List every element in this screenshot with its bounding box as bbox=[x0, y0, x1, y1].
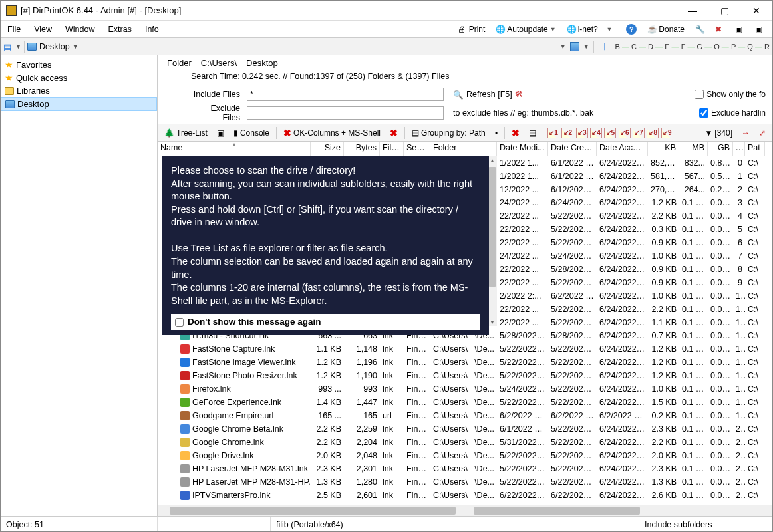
tool-2-button[interactable]: ✖ bbox=[711, 23, 728, 35]
table-row[interactable]: IPTVSmartersPro.lnk2.5 KB2,601lnkFind...… bbox=[158, 489, 772, 502]
include-input[interactable] bbox=[247, 88, 444, 101]
nav-desktop[interactable]: Desktop bbox=[1, 97, 157, 111]
table-row[interactable]: HP LaserJet MFP M28-M31-HP...1.3 KB1,280… bbox=[158, 475, 772, 489]
preset-3-button[interactable]: ↙3 bbox=[576, 128, 588, 138]
console-button[interactable]: ▮Console bbox=[231, 127, 272, 139]
col-header[interactable]: Bytes bbox=[344, 142, 380, 156]
menu-info[interactable]: Info bbox=[138, 22, 166, 37]
preset-2-button[interactable]: ↙2 bbox=[561, 128, 573, 138]
table-row[interactable]: Google Chrome.lnk2.2 KB2,204lnkFind...C:… bbox=[158, 436, 772, 449]
delete-button[interactable]: ✖ bbox=[509, 126, 522, 140]
list-header[interactable]: Name▴SizeBytesFile e...Sea...FolderDate … bbox=[158, 142, 772, 156]
drive-E[interactable]: E bbox=[665, 43, 669, 51]
table-row[interactable]: Firefox.lnk993 ...993lnkFind...C:\Users\… bbox=[158, 382, 772, 396]
preset-6-button[interactable]: ↙6 bbox=[619, 128, 631, 138]
exclude-input[interactable] bbox=[247, 106, 444, 120]
wrench-icon[interactable]: 🛠 bbox=[515, 90, 524, 99]
toggle-1[interactable]: ▣ bbox=[214, 127, 227, 139]
preset-4-button[interactable]: ↙4 bbox=[590, 128, 602, 138]
chevron-down-icon[interactable]: ▼ bbox=[15, 43, 21, 50]
scroll-down-icon[interactable]: ▼ bbox=[488, 318, 497, 326]
col-header[interactable]: ... bbox=[733, 142, 745, 156]
preset-1-button[interactable]: ↙1 bbox=[547, 128, 559, 138]
exclude-hardlinks-checkbox[interactable]: Exclude hardlin bbox=[699, 108, 766, 118]
drive-D[interactable]: D bbox=[648, 43, 653, 51]
inet-button[interactable]: 🌐i-net? ▼ bbox=[563, 23, 617, 35]
preset-8-button[interactable]: ↙8 bbox=[647, 128, 659, 138]
col-header[interactable]: Date Creat... bbox=[548, 142, 597, 156]
nav-favorites[interactable]: ★Favorites bbox=[1, 58, 157, 71]
table-row[interactable]: Google Drive.lnk2.0 KB2,048lnkFind...C:\… bbox=[158, 449, 772, 462]
minimize-button[interactable]: — bbox=[682, 3, 703, 19]
col-header[interactable]: Size bbox=[311, 142, 344, 156]
col-header[interactable]: File e... bbox=[380, 142, 404, 156]
tool-4-button[interactable]: ▣ bbox=[751, 23, 768, 35]
chevron-down-icon[interactable]: ▼ bbox=[73, 43, 78, 50]
nav-quick-access[interactable]: ★Quick access bbox=[1, 71, 157, 84]
show-only-checkbox[interactable]: Show only the fo bbox=[695, 90, 766, 99]
group-opt-button[interactable]: ▪ bbox=[492, 127, 500, 139]
scrollbar-thumb[interactable] bbox=[488, 167, 496, 287]
table-row[interactable]: FastStone Image Viewer.lnk1.2 KB1,196lnk… bbox=[158, 356, 772, 369]
preset-9-button[interactable]: ↙9 bbox=[661, 128, 673, 138]
col-header[interactable]: Pat bbox=[745, 142, 765, 156]
list-icon[interactable]: ▤ bbox=[3, 42, 13, 51]
filter-button[interactable]: ▼[340] bbox=[702, 127, 735, 139]
list-body[interactable]: 1/2022 1...6/1/2022 1...6/24/2022 ...852… bbox=[158, 156, 772, 505]
menu-extras[interactable]: Extras bbox=[102, 22, 138, 37]
table-row[interactable]: FastStone Capture.lnk1.1 KB1,148lnkFind.… bbox=[158, 342, 772, 356]
drive-G[interactable]: G bbox=[697, 43, 703, 51]
col-header[interactable]: Folder bbox=[430, 142, 497, 156]
col-header[interactable]: Date Modi... bbox=[497, 142, 548, 156]
drive-Q[interactable]: Q bbox=[747, 43, 753, 51]
table-row[interactable]: HP LaserJet MFP M28-M31.lnk2.3 KB2,301ln… bbox=[158, 462, 772, 475]
scroll-up-icon[interactable]: ▲ bbox=[488, 156, 497, 164]
drive-C[interactable]: C bbox=[631, 43, 637, 51]
col-header[interactable]: Name▴ bbox=[158, 142, 311, 156]
help-button[interactable]: ? bbox=[622, 23, 641, 36]
menu-window[interactable]: Window bbox=[59, 22, 101, 37]
chevron-down-icon[interactable]: ▼ bbox=[560, 43, 566, 50]
grouping-button[interactable]: ▤Grouping by: Path bbox=[409, 127, 488, 139]
preset-5-button[interactable]: ↙5 bbox=[604, 128, 616, 138]
tool-3-button[interactable]: ▣ bbox=[731, 23, 748, 35]
monitor-icon[interactable] bbox=[570, 42, 579, 51]
toggle-2[interactable]: ✖ bbox=[387, 126, 400, 140]
col-header[interactable]: GB bbox=[708, 142, 733, 156]
arr-lr-button[interactable]: ↔ bbox=[739, 127, 752, 139]
search-icon[interactable]: 🔍 bbox=[453, 90, 464, 100]
path-folder-label[interactable]: Folder bbox=[167, 58, 192, 68]
tool-1-button[interactable]: 🔧 bbox=[691, 23, 708, 35]
menu-view[interactable]: View bbox=[27, 22, 59, 37]
path-desktop[interactable]: Desktop bbox=[246, 58, 278, 68]
path-users[interactable]: C:\Users\ bbox=[201, 58, 237, 68]
table-row[interactable]: Google Chrome Beta.lnk2.2 KB2,259lnkFind… bbox=[158, 422, 772, 436]
h-scrollbar[interactable] bbox=[158, 505, 772, 516]
table-row[interactable]: GeForce Experience.lnk1.4 KB1,447lnkFind… bbox=[158, 396, 772, 409]
tree-list-button[interactable]: 🌲Tree-List bbox=[162, 127, 210, 139]
maximize-button[interactable]: ▢ bbox=[714, 3, 735, 19]
table-row[interactable]: Goodgame Empire.url165 ...165urlFind...C… bbox=[158, 409, 772, 422]
align-icon[interactable]: ⎹⎸ bbox=[598, 42, 611, 51]
autoupdate-button[interactable]: 🌐Autoupdate▼ bbox=[492, 23, 559, 35]
chevron-down-icon[interactable]: ▼ bbox=[583, 43, 589, 50]
drive-B[interactable]: B bbox=[615, 43, 620, 51]
print-button[interactable]: 🖨Print bbox=[454, 23, 490, 35]
close-button[interactable]: ✕ bbox=[746, 3, 767, 19]
copy-button[interactable]: ▤ bbox=[526, 127, 539, 139]
drive-R[interactable]: R bbox=[764, 43, 770, 51]
col-header[interactable]: Date Acces... bbox=[597, 142, 648, 156]
dont-show-checkbox[interactable] bbox=[175, 318, 184, 327]
col-header[interactable]: KB bbox=[648, 142, 679, 156]
nav-libraries[interactable]: Libraries bbox=[1, 84, 157, 97]
refresh-button[interactable]: Refresh [F5] bbox=[466, 90, 512, 99]
preset-7-button[interactable]: ↙7 bbox=[633, 128, 645, 138]
maximize-cols-button[interactable]: ⤢ bbox=[756, 127, 768, 139]
ok-columns-button[interactable]: ✖OK-Columns + MS-Shell bbox=[281, 126, 383, 140]
col-header[interactable]: MB bbox=[679, 142, 708, 156]
drive-O[interactable]: O bbox=[714, 43, 720, 51]
col-header[interactable]: Sea... bbox=[404, 142, 430, 156]
donate-button[interactable]: ☕Donate bbox=[643, 23, 689, 35]
menu-file[interactable]: File bbox=[1, 22, 27, 37]
table-row[interactable]: FastStone Photo Resizer.lnk1.2 KB1,190ln… bbox=[158, 369, 772, 382]
